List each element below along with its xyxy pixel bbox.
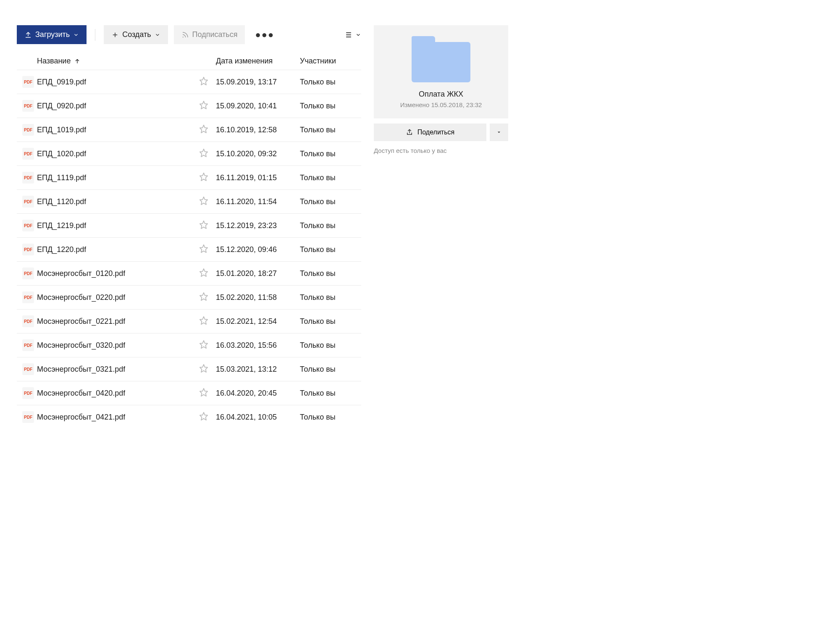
table-row[interactable]: PDFМосэнергосбыт_0220.pdf15.02.2020, 11:… [17,285,361,309]
subscribe-button[interactable]: Подписаться [174,25,245,44]
file-participants: Только вы [300,126,359,134]
file-list: PDFЕПД_0919.pdf15.09.2019, 13:17Только в… [17,70,361,429]
more-horizontal-icon: ●●● [255,29,274,40]
file-date: 15.12.2020, 09:46 [216,245,300,254]
upload-label: Загрузить [35,30,70,39]
table-row[interactable]: PDFЕПД_1019.pdf16.10.2019, 12:58Только в… [17,118,361,142]
pdf-icon: PDF [22,244,34,255]
svg-marker-11 [200,244,207,252]
access-note: Доступ есть только у вас [374,147,508,154]
table-row[interactable]: PDFМосэнергосбыт_0421.pdf16.04.2021, 10:… [17,405,361,429]
column-header-participants[interactable]: Участники [300,57,359,66]
table-row[interactable]: PDFМосэнергосбыт_0320.pdf16.03.2020, 15:… [17,333,361,357]
file-name: Мосэнергосбыт_0221.pdf [37,317,125,326]
star-icon[interactable] [199,318,208,327]
column-header-name[interactable]: Название [37,57,199,66]
table-row[interactable]: PDFЕПД_1219.pdf15.12.2019, 23:23Только в… [17,213,361,237]
star-icon[interactable] [199,151,208,159]
pdf-icon: PDF [22,268,34,279]
pdf-icon: PDF [22,100,34,112]
file-date: 15.01.2020, 18:27 [216,269,300,278]
star-icon[interactable] [199,79,208,87]
file-participants: Только вы [300,341,359,350]
svg-marker-15 [200,340,207,348]
caret-down-icon [496,130,501,135]
file-date: 16.11.2020, 11:54 [216,197,300,206]
pdf-icon: PDF [22,291,34,303]
svg-marker-4 [200,77,207,84]
pdf-icon: PDF [22,124,34,136]
column-headers: Название Дата изменения Участники [17,52,361,70]
svg-marker-8 [200,173,207,180]
star-icon[interactable] [199,127,208,135]
file-participants: Только вы [300,197,359,206]
pdf-icon: PDF [22,76,34,88]
chevron-down-icon [355,32,361,38]
star-icon[interactable] [199,294,208,303]
file-participants: Только вы [300,317,359,326]
table-row[interactable]: PDFМосэнергосбыт_0420.pdf16.04.2020, 20:… [17,381,361,405]
folder-info-card: Оплата ЖКХ Изменено 15.05.2018, 23:32 [374,25,508,118]
file-name: ЕПД_1219.pdf [37,221,86,230]
star-icon[interactable] [199,103,208,111]
file-participants: Только вы [300,245,359,254]
table-row[interactable]: PDFЕПД_1020.pdf15.10.2020, 09:32Только в… [17,142,361,165]
file-name: ЕПД_0920.pdf [37,102,86,110]
star-icon[interactable] [199,390,208,399]
star-icon[interactable] [199,414,208,423]
column-header-date[interactable]: Дата изменения [216,57,300,66]
file-participants: Только вы [300,293,359,302]
table-row[interactable]: PDFЕПД_1120.pdf16.11.2020, 11:54Только в… [17,189,361,213]
star-icon[interactable] [199,270,208,279]
file-participants: Только вы [300,102,359,110]
pdf-icon: PDF [22,196,34,207]
star-icon[interactable] [199,199,208,207]
star-icon[interactable] [199,366,208,375]
svg-marker-12 [200,268,207,276]
plus-icon [111,31,119,39]
share-label: Поделиться [417,129,454,136]
pdf-icon: PDF [22,363,34,375]
file-date: 15.02.2021, 12:54 [216,317,300,326]
svg-marker-6 [200,125,207,132]
file-date: 16.04.2020, 20:45 [216,389,300,398]
file-date: 16.03.2020, 15:56 [216,341,300,350]
star-icon[interactable] [199,342,208,351]
share-more-button[interactable] [490,123,508,141]
share-row: Поделиться [374,123,508,141]
svg-marker-10 [200,220,207,228]
view-mode-toggle[interactable] [344,31,361,39]
file-date: 15.03.2021, 13:12 [216,365,300,374]
table-row[interactable]: PDFМосэнергосбыт_0120.pdf15.01.2020, 18:… [17,261,361,285]
svg-marker-18 [200,412,207,420]
table-row[interactable]: PDFЕПД_0919.pdf15.09.2019, 13:17Только в… [17,70,361,94]
share-button[interactable]: Поделиться [374,123,486,141]
create-button[interactable]: Создать [104,25,168,44]
svg-point-0 [182,37,183,37]
file-name: ЕПД_0919.pdf [37,78,86,87]
table-row[interactable]: PDFЕПД_1220.pdf15.12.2020, 09:46Только в… [17,237,361,261]
file-name: ЕПД_1119.pdf [37,173,86,182]
main-panel: Загрузить Создать Подписаться [17,25,361,429]
more-actions-button[interactable]: ●●● [251,26,278,44]
table-row[interactable]: PDFМосэнергосбыт_0321.pdf15.03.2021, 13:… [17,357,361,381]
table-row[interactable]: PDFЕПД_1119.pdf16.11.2019, 01:15Только в… [17,165,361,189]
file-name: Мосэнергосбыт_0320.pdf [37,341,125,350]
side-panel: Оплата ЖКХ Изменено 15.05.2018, 23:32 По… [374,25,508,429]
file-name: ЕПД_1019.pdf [37,126,86,134]
table-row[interactable]: PDFЕПД_0920.pdf15.09.2020, 10:41Только в… [17,94,361,118]
file-date: 15.02.2020, 11:58 [216,293,300,302]
table-row[interactable]: PDFМосэнергосбыт_0221.pdf15.02.2021, 12:… [17,309,361,333]
toolbar: Загрузить Создать Подписаться [17,25,361,44]
upload-button[interactable]: Загрузить [17,25,87,44]
file-date: 16.04.2021, 10:05 [216,413,300,422]
column-participants-label: Участники [300,57,336,65]
pdf-icon: PDF [22,220,34,231]
svg-marker-5 [200,101,207,108]
arrow-up-icon [74,58,81,65]
star-icon[interactable] [199,223,208,231]
star-icon[interactable] [199,247,208,255]
folder-icon [412,36,470,82]
star-icon[interactable] [199,175,208,183]
share-icon [406,129,413,136]
